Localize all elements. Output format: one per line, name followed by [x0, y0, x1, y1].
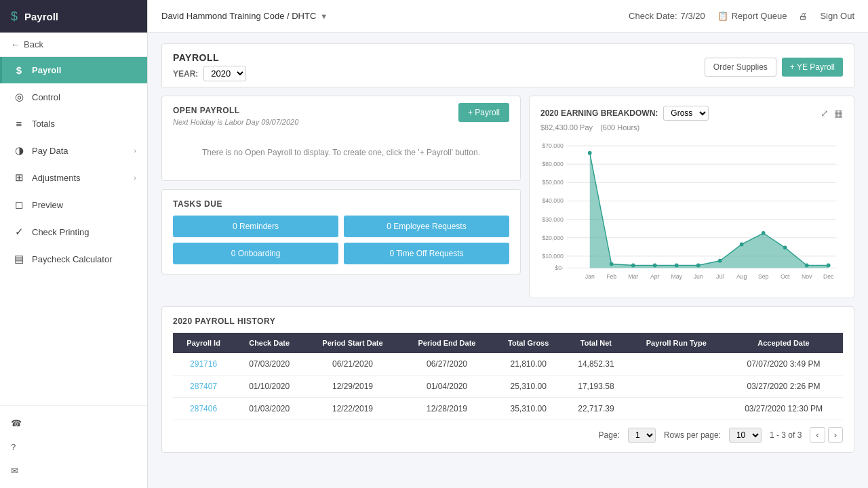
prev-page-button[interactable]: ‹ [810, 427, 825, 443]
payroll-title-area: PAYROLL YEAR: 2020 2019 2018 [173, 52, 246, 81]
sidebar-item-payroll-label: Payroll [32, 65, 61, 75]
total-net-2: 17,193.58 [564, 375, 628, 398]
svg-text:$10,000: $10,000 [542, 253, 564, 260]
chart-header: 2020 EARNING BREAKDOWN: Gross Net ⤢ ▦ [540, 106, 843, 121]
sidebar-item-check-printing[interactable]: Check Printing [0, 218, 147, 245]
sidebar-item-payroll[interactable]: Payroll [0, 57, 147, 83]
company-name: David Hammond Training Code / DHTC [161, 11, 316, 21]
ye-payroll-button[interactable]: + YE Payroll [782, 58, 843, 77]
left-col: OPEN PAYROLL Next Holiday is Labor Day 0… [161, 96, 521, 298]
reminders-button[interactable]: 0 Reminders [173, 216, 338, 237]
svg-point-23 [718, 259, 722, 263]
table-body: 291716 07/03/2020 06/21/2020 06/27/2020 … [173, 353, 843, 420]
svg-text:Aug: Aug [736, 273, 747, 280]
total-gross-2: 25,310.00 [493, 375, 564, 398]
sidebar-item-totals[interactable]: Totals [0, 110, 147, 137]
table-header: Payroll Id Check Date Period Start Date … [173, 333, 843, 353]
sidebar-item-paycheck-calculator[interactable]: Paycheck Calculator [0, 245, 147, 272]
open-payroll-subtitle: Next Holiday is Labor Day 09/07/2020 [173, 118, 298, 126]
sidebar-item-preview-label: Preview [32, 200, 63, 210]
svg-text:Jun: Jun [694, 273, 703, 280]
chart-filter-select[interactable]: Gross Net [663, 106, 709, 121]
sidebar-item-help[interactable] [0, 435, 147, 459]
check-date-display: Check Date: 7/3/20 [629, 11, 705, 21]
record-count: 1 - 3 of 3 [770, 430, 802, 440]
chart-bar-icon[interactable]: ▦ [834, 108, 843, 119]
sidebar-item-control-label: Control [32, 92, 60, 102]
pagination-buttons: ‹ › [810, 427, 843, 443]
svg-text:$50,000: $50,000 [542, 179, 564, 186]
table-row: 287407 01/10/2020 12/29/2019 01/04/2020 … [173, 375, 843, 398]
payroll-id-2[interactable]: 287407 [173, 375, 234, 398]
back-label: Back [24, 39, 43, 49]
main-area: David Hammond Training Code / DHTC ▼ Che… [148, 0, 868, 488]
chart-hours: (600 Hours) [600, 123, 639, 131]
year-select[interactable]: 2020 2019 2018 [203, 66, 246, 81]
rows-per-page-select[interactable]: 10 25 50 [729, 428, 762, 443]
print-icon-button[interactable]: 🖨 [799, 11, 808, 21]
svg-text:$0-: $0- [555, 264, 564, 271]
chart-line-icon[interactable]: ⤢ [821, 108, 829, 119]
period-end-2: 01/04/2020 [401, 375, 493, 398]
svg-point-24 [740, 243, 744, 247]
topbar-right: Check Date: 7/3/20 📋 Report Queue 🖨 Sign… [629, 11, 854, 21]
chart-card: 2020 EARNING BREAKDOWN: Gross Net ⤢ ▦ $8… [529, 96, 854, 298]
svg-text:Mar: Mar [628, 273, 638, 280]
period-start-2: 12/29/2019 [304, 375, 401, 398]
rows-per-page-label: Rows per page: [664, 430, 721, 440]
check-printing-nav-icon [13, 226, 25, 238]
time-off-requests-button[interactable]: 0 Time Off Requests [344, 243, 509, 264]
svg-text:May: May [671, 273, 682, 280]
adjustments-nav-icon [13, 171, 25, 184]
payroll-history-table: Payroll Id Check Date Period Start Date … [173, 333, 843, 420]
chart-pay-amount: $82,430.00 Pay [540, 123, 593, 131]
sidebar-item-check-printing-label: Check Printing [32, 227, 90, 237]
svg-point-25 [762, 231, 766, 235]
accepted-date-2: 03/27/2020 2:26 PM [724, 375, 843, 398]
svg-point-22 [696, 264, 701, 268]
payroll-nav-icon [13, 64, 25, 76]
sidebar-item-adjustments[interactable]: Adjustments › [0, 164, 147, 191]
sidebar-item-control[interactable]: Control [0, 83, 147, 110]
sign-out-button[interactable]: Sign Out [820, 11, 854, 21]
open-payroll-text: OPEN PAYROLL Next Holiday is Labor Day 0… [173, 106, 298, 134]
col-period-start: Period Start Date [304, 333, 401, 353]
payroll-id-1[interactable]: 291716 [173, 353, 234, 375]
order-supplies-button[interactable]: Order Supplies [705, 58, 776, 77]
onboarding-button[interactable]: 0 Onboarding [173, 243, 338, 264]
page-label: Page: [599, 430, 620, 440]
period-start-1: 06/21/2020 [304, 353, 401, 375]
next-page-button[interactable]: › [828, 427, 843, 443]
employee-requests-button[interactable]: 0 Employee Requests [344, 216, 509, 237]
help-icon [11, 442, 16, 452]
table-row: 287406 01/03/2020 12/22/2019 12/28/2019 … [173, 398, 843, 420]
check-date-2: 01/10/2020 [234, 375, 304, 398]
svg-point-28 [827, 264, 831, 268]
svg-text:$40,000: $40,000 [542, 197, 564, 204]
payroll-id-3[interactable]: 287406 [173, 398, 234, 420]
accepted-date-3: 03/27/2020 12:30 PM [724, 398, 843, 420]
back-button[interactable]: ← Back [0, 33, 147, 57]
add-payroll-button[interactable]: + Payroll [458, 103, 509, 122]
company-selector[interactable]: David Hammond Training Code / DHTC ▼ [161, 11, 328, 21]
sidebar-item-contacts[interactable] [0, 411, 147, 435]
svg-text:$20,000: $20,000 [542, 235, 564, 241]
history-section: 2020 PAYROLL HISTORY Payroll Id Check Da… [161, 306, 854, 453]
run-type-1 [629, 353, 725, 375]
chart-subtitle: $82,430.00 Pay (600 Hours) [540, 123, 843, 131]
col-run-type: Payroll Run Type [629, 333, 725, 353]
sidebar-item-chat[interactable] [0, 459, 147, 483]
control-nav-icon [13, 91, 25, 103]
svg-point-18 [610, 262, 614, 266]
col-accepted-date: Accepted Date [724, 333, 843, 353]
report-queue-button[interactable]: 📋 Report Queue [717, 11, 787, 21]
sidebar-nav: Payroll Control Totals Pay Data › Adjust… [0, 57, 147, 405]
sidebar-item-preview[interactable]: Preview [0, 191, 147, 218]
period-end-1: 06/27/2020 [401, 353, 493, 375]
page-select[interactable]: 1 2 [628, 428, 656, 443]
tasks-title: TASKS DUE [173, 199, 509, 209]
contacts-icon [11, 418, 22, 428]
check-date-value: 7/3/20 [681, 11, 705, 21]
open-payroll-title: OPEN PAYROLL [173, 106, 298, 115]
sidebar-item-pay-data[interactable]: Pay Data › [0, 137, 147, 164]
